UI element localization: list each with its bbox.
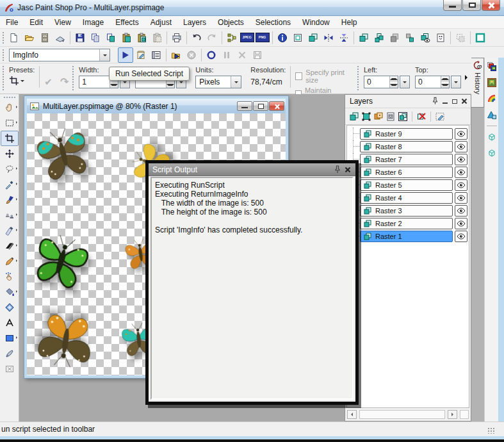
script-output-content[interactable]: Executing RunScript Executing ReturnImag… <box>150 177 354 400</box>
tool-move[interactable] <box>1 146 19 161</box>
palette-grip[interactable] <box>72 66 74 90</box>
save-button[interactable] <box>72 30 88 45</box>
layer-visibility-toggle[interactable] <box>455 218 467 229</box>
palette-grip[interactable] <box>4 97 15 98</box>
menu-layers[interactable]: Layers <box>177 17 212 28</box>
menu-image[interactable]: Image <box>77 17 110 28</box>
options-overflow-arrow[interactable] <box>465 75 470 80</box>
paste-into-selection-button[interactable] <box>149 30 165 45</box>
cancel-script-recording-button[interactable] <box>234 47 250 63</box>
layer-visibility-toggle[interactable] <box>455 205 467 217</box>
png-export-button[interactable]: PNG <box>255 30 270 45</box>
left-spinner[interactable] <box>389 76 398 88</box>
tool-text[interactable] <box>1 315 19 331</box>
layer-row[interactable]: Raster 7 <box>350 153 467 166</box>
float-selection-button[interactable] <box>453 30 468 45</box>
swap-colors-icon[interactable] <box>487 61 497 72</box>
layer-visibility-toggle[interactable] <box>455 141 467 152</box>
gradient-icon[interactable] <box>487 94 497 104</box>
menu-objects[interactable]: Objects <box>212 17 250 28</box>
new-button[interactable] <box>6 30 22 45</box>
palette-grip[interactable] <box>3 66 4 90</box>
new-mask-layer-button[interactable] <box>373 111 384 122</box>
tool-selection[interactable] <box>1 115 19 131</box>
palette-close-icon[interactable] <box>459 97 469 106</box>
twain-acquire-button[interactable] <box>53 30 68 45</box>
layer-visibility-toggle[interactable] <box>455 192 467 204</box>
new-vector-layer-button[interactable] <box>361 111 371 122</box>
image-information-button[interactable] <box>275 30 290 45</box>
layer-visibility-toggle[interactable] <box>455 154 467 165</box>
tool-object-selector[interactable] <box>1 361 19 377</box>
scroll-left-button[interactable] <box>347 410 357 419</box>
palette-maximize-icon[interactable] <box>450 97 459 106</box>
presets-dropdown-arrow[interactable] <box>20 80 24 84</box>
top-dropdown-button[interactable] <box>451 76 461 88</box>
run-multiple-scripts-button[interactable] <box>168 47 184 63</box>
menu-effects[interactable]: Effects <box>110 17 144 28</box>
layer-row[interactable]: Raster 5 <box>350 179 467 192</box>
canvas-size-button[interactable] <box>290 30 305 45</box>
transparency-icon[interactable] <box>487 132 497 142</box>
tool-eraser[interactable] <box>1 238 19 254</box>
image-maximize-button[interactable] <box>253 101 268 111</box>
top-spinner[interactable] <box>441 76 449 88</box>
copy-button[interactable] <box>88 30 103 45</box>
layer-row[interactable]: Raster 2 <box>350 217 467 230</box>
layers-palette-titlebar[interactable]: Layers <box>345 95 471 108</box>
tool-freehand-selection[interactable] <box>1 161 19 177</box>
tool-picture-tube[interactable] <box>1 300 19 315</box>
layer-visibility-toggle[interactable] <box>455 179 467 191</box>
edit-selection-button[interactable] <box>435 111 445 122</box>
copy-merged-button[interactable] <box>103 30 118 45</box>
scroll-right-button[interactable] <box>448 410 457 419</box>
toolbar-grip[interactable] <box>3 49 4 61</box>
undo-button[interactable] <box>189 30 204 45</box>
crop-preset-icon[interactable] <box>9 76 19 86</box>
layer-row[interactable]: Raster 3 <box>350 204 467 217</box>
toolbar-grip[interactable] <box>3 32 4 44</box>
close-button[interactable] <box>482 0 500 11</box>
layer-row[interactable]: Raster 8 <box>350 140 467 153</box>
pin-icon[interactable] <box>430 97 440 106</box>
pattern-icon[interactable] <box>487 78 497 88</box>
tool-clone-brush[interactable] <box>1 208 19 223</box>
tool-dropper[interactable] <box>1 177 19 192</box>
print-button[interactable] <box>169 30 184 45</box>
pause-script-recording-button[interactable] <box>219 47 234 63</box>
pin-icon[interactable] <box>332 165 343 175</box>
tab-history[interactable]: History <box>471 58 484 108</box>
menu-view[interactable]: View <box>49 17 77 28</box>
script-output-titlebar[interactable]: Script Output <box>149 163 355 176</box>
open-button[interactable] <box>22 30 37 45</box>
menu-adjust[interactable]: Adjust <box>145 17 177 28</box>
new-layer-group-button[interactable] <box>398 111 408 122</box>
flip-button[interactable] <box>336 30 352 45</box>
duplicate-image-button[interactable] <box>305 30 321 45</box>
tool-crop[interactable] <box>1 131 19 146</box>
image-minimize-button[interactable] <box>237 101 252 111</box>
redo-button[interactable] <box>204 30 220 45</box>
script-output-palette-button[interactable] <box>149 47 164 63</box>
palette-minimize-icon[interactable] <box>440 97 450 106</box>
promote-layer-button[interactable] <box>402 30 418 45</box>
layer-visibility-toggle[interactable] <box>455 231 467 242</box>
layer-visibility-toggle[interactable] <box>455 167 467 178</box>
maximize-button[interactable] <box>462 0 481 11</box>
delete-layer-button[interactable] <box>416 111 427 122</box>
tool-pen[interactable] <box>1 346 19 361</box>
tool-scratch-remover[interactable] <box>1 223 19 238</box>
layer-row-selected[interactable]: Raster 1 <box>350 230 467 243</box>
view-layers-button[interactable] <box>418 30 433 45</box>
start-script-recording-button[interactable] <box>204 47 219 63</box>
layer-properties-button[interactable] <box>433 30 448 45</box>
top-input[interactable]: 0 <box>415 76 450 88</box>
texture-icon[interactable] <box>487 110 497 120</box>
menu-selections[interactable]: Selections <box>250 17 297 28</box>
menu-window[interactable]: Window <box>297 17 336 28</box>
script-select-dropdown-button[interactable] <box>99 49 110 61</box>
specify-print-size-checkbox[interactable] <box>295 72 302 80</box>
edit-script-button[interactable] <box>133 47 149 63</box>
stop-script-button[interactable] <box>184 47 199 63</box>
layers-horizontal-scrollbar[interactable] <box>345 409 471 420</box>
